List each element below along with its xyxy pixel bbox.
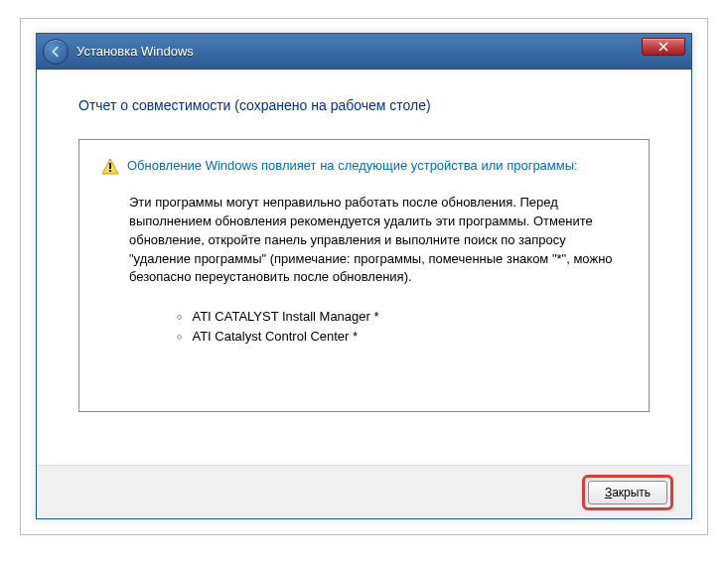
close-button[interactable]: Закрыть — [588, 481, 667, 504]
titlebar: Установка Windows — [37, 34, 691, 70]
program-list: ATI CATALYST Install Manager * ATI Catal… — [177, 307, 627, 347]
back-button[interactable] — [43, 39, 69, 65]
dialog-footer: Закрыть — [37, 465, 691, 518]
page-heading: Отчет о совместимости (сохранено на рабо… — [78, 97, 650, 113]
svg-rect-0 — [109, 163, 111, 169]
close-button-highlight: Закрыть — [582, 475, 673, 510]
close-icon — [658, 42, 668, 52]
content-area: Отчет о совместимости (сохранено на рабо… — [37, 70, 691, 465]
list-item: ATI CATALYST Install Manager * — [177, 307, 627, 327]
warning-icon — [101, 158, 119, 176]
window-close-button[interactable] — [642, 38, 685, 56]
window-title: Установка Windows — [76, 44, 194, 59]
compatibility-report-box: Обновление Windows повлияет на следующие… — [78, 139, 650, 412]
back-arrow-icon — [49, 45, 63, 59]
warning-text: Обновление Windows повлияет на следующие… — [127, 158, 578, 173]
install-windows-dialog: Установка Windows Отчет о совместимости … — [36, 33, 692, 519]
list-item: ATI Catalyst Control Center * — [177, 327, 627, 347]
svg-rect-1 — [109, 170, 111, 172]
report-body-text: Эти программы могут неправильно работать… — [129, 194, 627, 287]
warning-row: Обновление Windows повлияет на следующие… — [101, 158, 627, 176]
close-button-label-rest: акрыть — [612, 486, 651, 500]
